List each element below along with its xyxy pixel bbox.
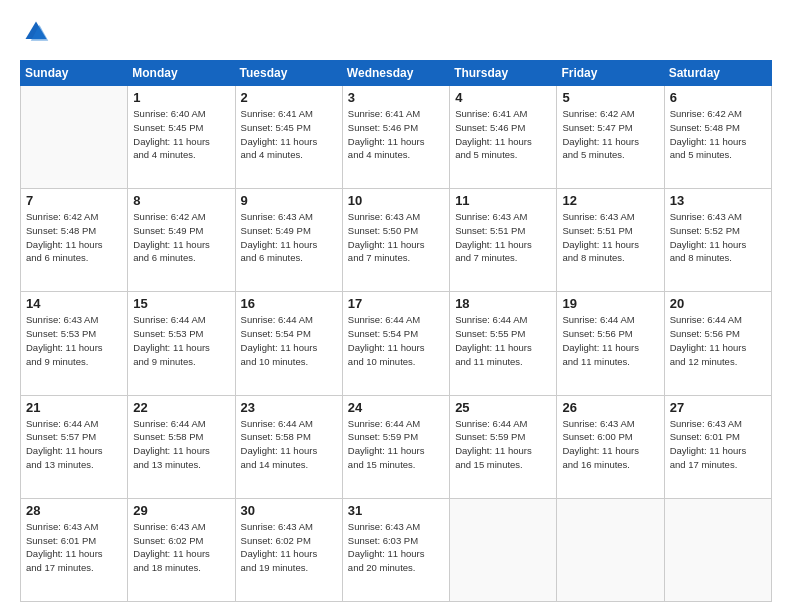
calendar-week-2: 7Sunrise: 6:42 AM Sunset: 5:48 PM Daylig…: [21, 189, 772, 292]
calendar-cell: 4Sunrise: 6:41 AM Sunset: 5:46 PM Daylig…: [450, 86, 557, 189]
weekday-header-monday: Monday: [128, 61, 235, 86]
day-number: 3: [348, 90, 445, 105]
day-info: Sunrise: 6:41 AM Sunset: 5:46 PM Dayligh…: [455, 107, 552, 162]
calendar-cell: 25Sunrise: 6:44 AM Sunset: 5:59 PM Dayli…: [450, 395, 557, 498]
day-number: 16: [241, 296, 338, 311]
day-number: 10: [348, 193, 445, 208]
day-info: Sunrise: 6:42 AM Sunset: 5:49 PM Dayligh…: [133, 210, 230, 265]
calendar-cell: 12Sunrise: 6:43 AM Sunset: 5:51 PM Dayli…: [557, 189, 664, 292]
calendar-cell: 6Sunrise: 6:42 AM Sunset: 5:48 PM Daylig…: [664, 86, 771, 189]
calendar-cell: 31Sunrise: 6:43 AM Sunset: 6:03 PM Dayli…: [342, 498, 449, 601]
calendar-cell: 15Sunrise: 6:44 AM Sunset: 5:53 PM Dayli…: [128, 292, 235, 395]
day-number: 23: [241, 400, 338, 415]
day-info: Sunrise: 6:42 AM Sunset: 5:48 PM Dayligh…: [26, 210, 123, 265]
day-number: 18: [455, 296, 552, 311]
day-info: Sunrise: 6:43 AM Sunset: 6:02 PM Dayligh…: [133, 520, 230, 575]
day-number: 26: [562, 400, 659, 415]
day-info: Sunrise: 6:43 AM Sunset: 6:00 PM Dayligh…: [562, 417, 659, 472]
calendar-cell: 11Sunrise: 6:43 AM Sunset: 5:51 PM Dayli…: [450, 189, 557, 292]
calendar-cell: 28Sunrise: 6:43 AM Sunset: 6:01 PM Dayli…: [21, 498, 128, 601]
calendar-week-4: 21Sunrise: 6:44 AM Sunset: 5:57 PM Dayli…: [21, 395, 772, 498]
day-number: 6: [670, 90, 767, 105]
weekday-header-sunday: Sunday: [21, 61, 128, 86]
calendar-week-1: 1Sunrise: 6:40 AM Sunset: 5:45 PM Daylig…: [21, 86, 772, 189]
day-info: Sunrise: 6:43 AM Sunset: 5:51 PM Dayligh…: [455, 210, 552, 265]
calendar-cell: 20Sunrise: 6:44 AM Sunset: 5:56 PM Dayli…: [664, 292, 771, 395]
day-number: 28: [26, 503, 123, 518]
calendar-cell: 22Sunrise: 6:44 AM Sunset: 5:58 PM Dayli…: [128, 395, 235, 498]
day-info: Sunrise: 6:43 AM Sunset: 6:03 PM Dayligh…: [348, 520, 445, 575]
calendar-cell: 7Sunrise: 6:42 AM Sunset: 5:48 PM Daylig…: [21, 189, 128, 292]
weekday-header-thursday: Thursday: [450, 61, 557, 86]
calendar-cell: [21, 86, 128, 189]
calendar-cell: 23Sunrise: 6:44 AM Sunset: 5:58 PM Dayli…: [235, 395, 342, 498]
day-number: 27: [670, 400, 767, 415]
calendar-cell: 1Sunrise: 6:40 AM Sunset: 5:45 PM Daylig…: [128, 86, 235, 189]
day-number: 2: [241, 90, 338, 105]
day-number: 9: [241, 193, 338, 208]
day-number: 24: [348, 400, 445, 415]
day-info: Sunrise: 6:44 AM Sunset: 5:54 PM Dayligh…: [241, 313, 338, 368]
day-number: 1: [133, 90, 230, 105]
calendar-table: SundayMondayTuesdayWednesdayThursdayFrid…: [20, 60, 772, 602]
day-number: 5: [562, 90, 659, 105]
calendar-cell: [450, 498, 557, 601]
day-info: Sunrise: 6:44 AM Sunset: 5:58 PM Dayligh…: [133, 417, 230, 472]
calendar-cell: 27Sunrise: 6:43 AM Sunset: 6:01 PM Dayli…: [664, 395, 771, 498]
calendar-cell: 3Sunrise: 6:41 AM Sunset: 5:46 PM Daylig…: [342, 86, 449, 189]
day-info: Sunrise: 6:44 AM Sunset: 5:56 PM Dayligh…: [670, 313, 767, 368]
day-info: Sunrise: 6:44 AM Sunset: 5:59 PM Dayligh…: [348, 417, 445, 472]
calendar-cell: 14Sunrise: 6:43 AM Sunset: 5:53 PM Dayli…: [21, 292, 128, 395]
calendar-cell: [557, 498, 664, 601]
day-info: Sunrise: 6:40 AM Sunset: 5:45 PM Dayligh…: [133, 107, 230, 162]
day-info: Sunrise: 6:44 AM Sunset: 5:55 PM Dayligh…: [455, 313, 552, 368]
day-number: 20: [670, 296, 767, 311]
day-info: Sunrise: 6:41 AM Sunset: 5:45 PM Dayligh…: [241, 107, 338, 162]
calendar-cell: 29Sunrise: 6:43 AM Sunset: 6:02 PM Dayli…: [128, 498, 235, 601]
day-info: Sunrise: 6:41 AM Sunset: 5:46 PM Dayligh…: [348, 107, 445, 162]
day-number: 29: [133, 503, 230, 518]
calendar-cell: 10Sunrise: 6:43 AM Sunset: 5:50 PM Dayli…: [342, 189, 449, 292]
day-number: 13: [670, 193, 767, 208]
calendar-week-3: 14Sunrise: 6:43 AM Sunset: 5:53 PM Dayli…: [21, 292, 772, 395]
day-number: 11: [455, 193, 552, 208]
calendar-cell: 26Sunrise: 6:43 AM Sunset: 6:00 PM Dayli…: [557, 395, 664, 498]
logo-icon: [22, 18, 50, 46]
day-info: Sunrise: 6:43 AM Sunset: 6:01 PM Dayligh…: [670, 417, 767, 472]
calendar-cell: 24Sunrise: 6:44 AM Sunset: 5:59 PM Dayli…: [342, 395, 449, 498]
day-info: Sunrise: 6:43 AM Sunset: 5:49 PM Dayligh…: [241, 210, 338, 265]
weekday-header-saturday: Saturday: [664, 61, 771, 86]
calendar-week-5: 28Sunrise: 6:43 AM Sunset: 6:01 PM Dayli…: [21, 498, 772, 601]
weekday-header-wednesday: Wednesday: [342, 61, 449, 86]
day-number: 31: [348, 503, 445, 518]
weekday-header-tuesday: Tuesday: [235, 61, 342, 86]
calendar-cell: [664, 498, 771, 601]
day-info: Sunrise: 6:43 AM Sunset: 5:52 PM Dayligh…: [670, 210, 767, 265]
day-info: Sunrise: 6:44 AM Sunset: 5:57 PM Dayligh…: [26, 417, 123, 472]
weekday-header-friday: Friday: [557, 61, 664, 86]
calendar-cell: 13Sunrise: 6:43 AM Sunset: 5:52 PM Dayli…: [664, 189, 771, 292]
day-number: 7: [26, 193, 123, 208]
day-number: 17: [348, 296, 445, 311]
calendar-cell: 21Sunrise: 6:44 AM Sunset: 5:57 PM Dayli…: [21, 395, 128, 498]
calendar-cell: 17Sunrise: 6:44 AM Sunset: 5:54 PM Dayli…: [342, 292, 449, 395]
day-info: Sunrise: 6:42 AM Sunset: 5:48 PM Dayligh…: [670, 107, 767, 162]
day-info: Sunrise: 6:42 AM Sunset: 5:47 PM Dayligh…: [562, 107, 659, 162]
day-number: 8: [133, 193, 230, 208]
logo: [20, 18, 50, 50]
day-info: Sunrise: 6:44 AM Sunset: 5:54 PM Dayligh…: [348, 313, 445, 368]
day-number: 12: [562, 193, 659, 208]
calendar-cell: 9Sunrise: 6:43 AM Sunset: 5:49 PM Daylig…: [235, 189, 342, 292]
page: SundayMondayTuesdayWednesdayThursdayFrid…: [0, 0, 792, 612]
weekday-header-row: SundayMondayTuesdayWednesdayThursdayFrid…: [21, 61, 772, 86]
day-info: Sunrise: 6:44 AM Sunset: 5:56 PM Dayligh…: [562, 313, 659, 368]
day-number: 30: [241, 503, 338, 518]
day-info: Sunrise: 6:43 AM Sunset: 5:50 PM Dayligh…: [348, 210, 445, 265]
day-number: 19: [562, 296, 659, 311]
day-number: 4: [455, 90, 552, 105]
calendar-cell: 5Sunrise: 6:42 AM Sunset: 5:47 PM Daylig…: [557, 86, 664, 189]
day-number: 14: [26, 296, 123, 311]
day-number: 22: [133, 400, 230, 415]
day-number: 21: [26, 400, 123, 415]
day-number: 15: [133, 296, 230, 311]
